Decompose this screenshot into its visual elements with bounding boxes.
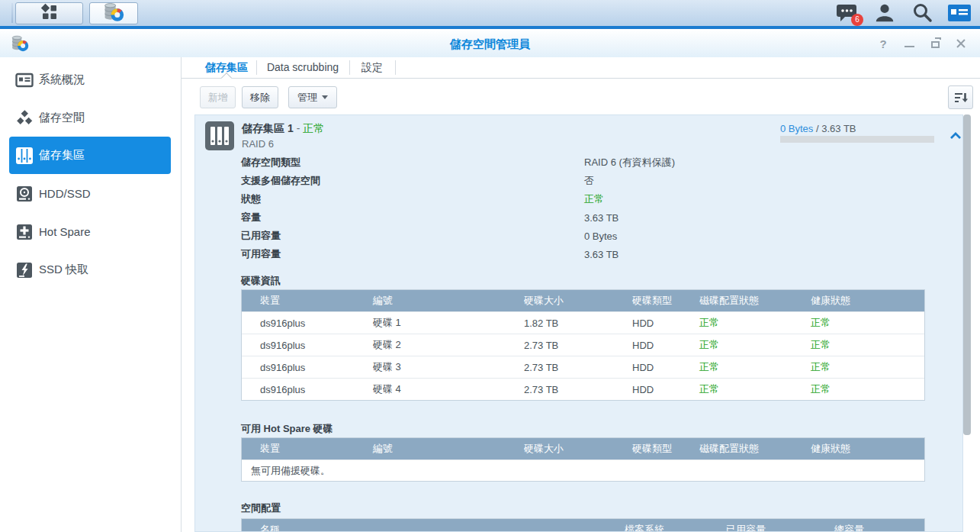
sort-icon: [954, 92, 968, 104]
table-header: 裝置 編號 硬碟大小 硬碟類型 磁碟配置狀態 健康狀態: [242, 290, 924, 311]
col-device: 裝置: [242, 294, 355, 308]
sidebar-item-overview[interactable]: 系統概況: [9, 61, 171, 98]
sidebar-item-label: SSD 快取: [39, 263, 88, 277]
search-icon: [911, 2, 933, 24]
table-header: 名稱 檔案系統 已用容量 總容量: [242, 519, 924, 532]
create-button[interactable]: 新增: [200, 86, 236, 108]
sidebar-item-hot-spare[interactable]: Hot Spare: [9, 213, 171, 250]
pilot-view-button[interactable]: [946, 2, 972, 24]
allocation-title: 空間配置: [241, 501, 281, 515]
detail-row: 儲存空間類型RAID 6 (有資料保護): [241, 153, 927, 172]
table-row: ds916plus 硬碟 2 2.73 TB HDD 正常 正常: [242, 334, 924, 356]
window-controls: ?: [876, 37, 968, 50]
pool-usage-text: 0 Bytes / 3.63 TB: [780, 123, 856, 134]
hot-spare-empty-message: 無可用備援硬碟。: [242, 459, 924, 481]
overview-icon: [15, 71, 34, 89]
detail-row: 狀態正常: [241, 190, 927, 208]
pool-icon: [205, 121, 234, 153]
sidebar-item-label: 儲存集區: [39, 148, 85, 163]
pool-status: 正常: [303, 122, 324, 134]
window-titlebar: 儲存空間管理員 ?: [0, 29, 980, 57]
pool-usage-bar: [780, 136, 934, 143]
notifications-button[interactable]: 6: [834, 2, 860, 24]
sidebar-item-label: Hot Spare: [39, 225, 91, 238]
storage-pool-icon: [15, 147, 34, 165]
main-menu-button[interactable]: [15, 2, 83, 24]
storage-manager-taskbar-button[interactable]: [89, 2, 138, 24]
table-row: ds916plus 硬碟 1 1.82 TB HDD 正常 正常: [242, 311, 924, 334]
storage-manager-icon: [103, 2, 124, 26]
allocation-table: 名稱 檔案系統 已用容量 總容量: [241, 518, 925, 532]
maximize-button[interactable]: [928, 37, 942, 50]
sidebar-item-ssd-cache[interactable]: SSD 快取: [9, 251, 171, 289]
ssd-cache-icon: [15, 261, 34, 279]
table-row: ds916plus 硬碟 4 2.73 TB HDD 正常 正常: [242, 378, 924, 400]
taskbar-divider: [11, 3, 13, 23]
table-header: 裝置 編號 硬碟大小 硬碟類型 磁碟配置狀態 健康狀態: [242, 438, 924, 459]
sidebar-item-label: 儲存空間: [39, 111, 85, 125]
sidebar-item-storage-pool[interactable]: 儲存集區: [9, 137, 171, 174]
sidebar: 系統概況 儲存空間 儲存集區 HDD/SSD: [0, 57, 182, 532]
manage-button[interactable]: 管理: [288, 86, 337, 108]
sort-button[interactable]: [948, 85, 973, 109]
desktop-taskbar: 6: [0, 0, 980, 29]
pool-used: 0 Bytes: [780, 123, 813, 134]
col-size: 硬碟大小: [506, 294, 614, 308]
user-icon: [874, 2, 895, 24]
detail-row: 支援多個儲存空間否: [241, 172, 927, 190]
hdd-icon: [15, 185, 34, 203]
detail-row: 已用容量0 Bytes: [241, 227, 927, 245]
tab-divider: [395, 60, 396, 75]
tab-bar: 儲存集區 Data scrubbing 設定: [182, 57, 980, 79]
minimize-button[interactable]: [902, 37, 916, 50]
col-number: 編號: [355, 294, 506, 308]
chevron-up-icon: [949, 132, 962, 140]
sidebar-item-label: 系統概況: [39, 73, 85, 87]
hot-spare-title: 可用 Hot Spare 硬碟: [241, 422, 333, 436]
tab-settings[interactable]: 設定: [349, 57, 395, 78]
sidebar-item-volume[interactable]: 儲存空間: [9, 99, 171, 137]
pool-details: 儲存空間類型RAID 6 (有資料保護) 支援多個儲存空間否 狀態正常 容量3.…: [241, 153, 927, 263]
manage-button-label: 管理: [297, 91, 317, 105]
sidebar-item-label: HDD/SSD: [39, 187, 91, 200]
help-button[interactable]: ?: [876, 37, 890, 50]
notification-badge: 6: [851, 14, 863, 26]
pool-raid-type: RAID 6: [242, 138, 274, 150]
main-menu-grid-icon: [40, 3, 59, 24]
disk-info-title: 硬碟資訊: [241, 274, 281, 288]
caret-down-icon: [322, 95, 328, 99]
detail-row: 可用容量3.63 TB: [241, 245, 927, 263]
remove-button[interactable]: 移除: [242, 86, 278, 108]
collapse-button[interactable]: [949, 129, 962, 143]
col-health-status: 健康狀態: [792, 294, 924, 308]
col-type: 硬碟類型: [614, 294, 681, 308]
close-button[interactable]: [954, 37, 968, 50]
widget-panel-icon: [947, 4, 972, 22]
hot-spare-icon: [15, 223, 34, 241]
detail-row: 容量3.63 TB: [241, 208, 927, 227]
disk-info-table: 裝置 編號 硬碟大小 硬碟類型 磁碟配置狀態 健康狀態 ds916plus 硬碟…: [241, 289, 925, 401]
scrollbar-thumb[interactable]: [963, 114, 971, 435]
volume-cubes-icon: [15, 109, 34, 127]
hot-spare-table: 裝置 編號 硬碟大小 硬碟類型 磁碟配置狀態 健康狀態 無可用備援硬碟。: [241, 437, 925, 482]
user-menu-button[interactable]: [872, 2, 898, 24]
storage-pool-card: 儲存集區 1-正常 RAID 6 0 Bytes / 3.63 TB 儲存空間類…: [194, 114, 963, 532]
pool-total: 3.63 TB: [821, 123, 856, 134]
sidebar-item-hdd-ssd[interactable]: HDD/SSD: [9, 175, 171, 212]
search-button[interactable]: [909, 2, 935, 24]
window-title: 儲存空間管理員: [0, 37, 980, 52]
table-row: ds916plus 硬碟 3 2.73 TB HDD 正常 正常: [242, 356, 924, 378]
tab-data-scrubbing[interactable]: Data scrubbing: [256, 57, 349, 78]
pool-name: 儲存集區 1: [242, 122, 294, 134]
pool-title: 儲存集區 1-正常: [242, 122, 324, 136]
taskbar-tray: 6: [834, 0, 972, 26]
col-alloc-status: 磁碟配置狀態: [681, 294, 792, 308]
